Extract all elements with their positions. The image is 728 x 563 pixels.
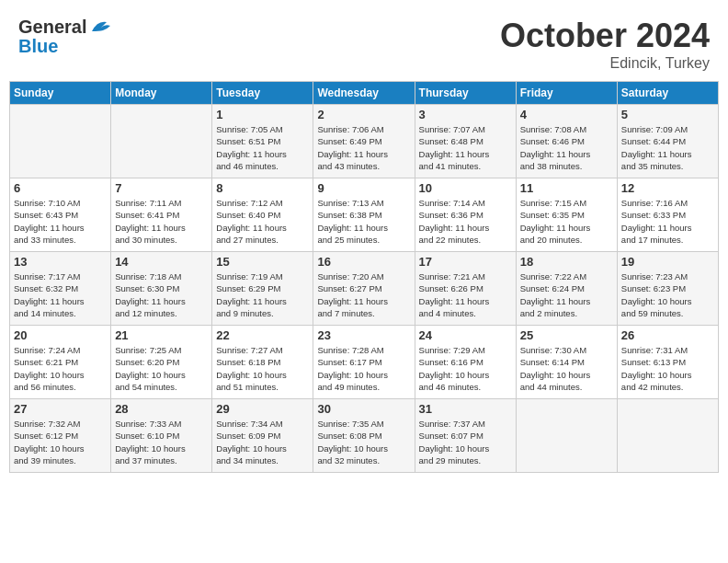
day-number: 25	[520, 328, 613, 342]
table-row: 11Sunrise: 7:15 AMSunset: 6:35 PMDayligh…	[516, 178, 617, 252]
calendar-row: 1Sunrise: 7:05 AMSunset: 6:51 PMDaylight…	[10, 105, 719, 178]
day-number: 30	[317, 402, 410, 416]
table-row: 2Sunrise: 7:06 AMSunset: 6:49 PMDaylight…	[313, 105, 415, 178]
day-number: 27	[14, 402, 107, 416]
table-row: 16Sunrise: 7:20 AMSunset: 6:27 PMDayligh…	[313, 252, 415, 326]
day-number: 1	[216, 108, 309, 121]
day-info: Sunrise: 7:24 AMSunset: 6:21 PMDaylight:…	[14, 344, 107, 393]
day-number: 24	[419, 328, 512, 342]
day-info: Sunrise: 7:20 AMSunset: 6:27 PMDaylight:…	[317, 270, 410, 319]
day-info: Sunrise: 7:10 AMSunset: 6:43 PMDaylight:…	[14, 197, 107, 246]
table-row: 31Sunrise: 7:37 AMSunset: 6:07 PMDayligh…	[415, 399, 516, 473]
day-number: 16	[317, 255, 410, 269]
day-number: 14	[115, 255, 208, 269]
day-number: 21	[115, 328, 208, 342]
table-row: 17Sunrise: 7:21 AMSunset: 6:26 PMDayligh…	[415, 252, 516, 326]
day-number: 23	[317, 328, 410, 342]
day-number: 26	[621, 328, 714, 342]
table-row: 23Sunrise: 7:28 AMSunset: 6:17 PMDayligh…	[313, 326, 415, 399]
day-info: Sunrise: 7:16 AMSunset: 6:33 PMDaylight:…	[621, 197, 714, 246]
table-row: 1Sunrise: 7:05 AMSunset: 6:51 PMDaylight…	[212, 105, 313, 178]
table-row: 7Sunrise: 7:11 AMSunset: 6:41 PMDaylight…	[111, 178, 212, 252]
table-row: 6Sunrise: 7:10 AMSunset: 6:43 PMDaylight…	[10, 178, 111, 252]
day-info: Sunrise: 7:33 AMSunset: 6:10 PMDaylight:…	[115, 418, 208, 466]
day-info: Sunrise: 7:15 AMSunset: 6:35 PMDaylight:…	[520, 197, 613, 246]
table-row: 22Sunrise: 7:27 AMSunset: 6:18 PMDayligh…	[212, 326, 313, 399]
day-info: Sunrise: 7:11 AMSunset: 6:41 PMDaylight:…	[115, 197, 208, 246]
day-info: Sunrise: 7:05 AMSunset: 6:51 PMDaylight:…	[216, 123, 309, 172]
month-title: October 2024	[500, 17, 710, 55]
table-row: 3Sunrise: 7:07 AMSunset: 6:48 PMDaylight…	[415, 105, 516, 178]
day-number: 6	[14, 181, 107, 195]
day-number: 3	[419, 108, 512, 121]
day-info: Sunrise: 7:06 AMSunset: 6:49 PMDaylight:…	[317, 123, 410, 172]
table-row: 8Sunrise: 7:12 AMSunset: 6:40 PMDaylight…	[212, 178, 313, 252]
day-info: Sunrise: 7:23 AMSunset: 6:23 PMDaylight:…	[621, 270, 714, 319]
day-info: Sunrise: 7:32 AMSunset: 6:12 PMDaylight:…	[14, 418, 107, 466]
table-row: 30Sunrise: 7:35 AMSunset: 6:08 PMDayligh…	[313, 399, 415, 473]
col-wednesday: Wednesday	[313, 82, 415, 105]
day-number: 9	[317, 181, 410, 195]
table-row	[617, 399, 718, 473]
day-number: 19	[621, 255, 714, 269]
day-number: 17	[419, 255, 512, 269]
logo-bird-icon	[88, 18, 114, 37]
day-number: 7	[115, 181, 208, 195]
day-number: 13	[14, 255, 107, 269]
day-number: 28	[115, 402, 208, 416]
day-info: Sunrise: 7:18 AMSunset: 6:30 PMDaylight:…	[115, 270, 208, 319]
col-monday: Monday	[111, 82, 212, 105]
table-row: 26Sunrise: 7:31 AMSunset: 6:13 PMDayligh…	[617, 326, 718, 399]
day-info: Sunrise: 7:35 AMSunset: 6:08 PMDaylight:…	[317, 418, 410, 466]
col-saturday: Saturday	[617, 82, 718, 105]
day-info: Sunrise: 7:19 AMSunset: 6:29 PMDaylight:…	[216, 270, 309, 319]
table-row	[111, 105, 212, 178]
day-info: Sunrise: 7:14 AMSunset: 6:36 PMDaylight:…	[419, 197, 512, 246]
calendar-row: 20Sunrise: 7:24 AMSunset: 6:21 PMDayligh…	[10, 326, 719, 399]
calendar-header-row: Sunday Monday Tuesday Wednesday Thursday…	[10, 82, 719, 105]
page-header: General Blue October 2024 Edincik, Turke…	[9, 9, 719, 75]
table-row	[10, 105, 111, 178]
calendar-row: 6Sunrise: 7:10 AMSunset: 6:43 PMDaylight…	[10, 178, 719, 252]
calendar-row: 13Sunrise: 7:17 AMSunset: 6:32 PMDayligh…	[10, 252, 719, 326]
day-info: Sunrise: 7:28 AMSunset: 6:17 PMDaylight:…	[317, 344, 410, 393]
table-row: 27Sunrise: 7:32 AMSunset: 6:12 PMDayligh…	[10, 399, 111, 473]
calendar-table: Sunday Monday Tuesday Wednesday Thursday…	[9, 81, 719, 473]
day-number: 8	[216, 181, 309, 195]
table-row: 18Sunrise: 7:22 AMSunset: 6:24 PMDayligh…	[516, 252, 617, 326]
day-info: Sunrise: 7:34 AMSunset: 6:09 PMDaylight:…	[216, 418, 309, 466]
col-tuesday: Tuesday	[212, 82, 313, 105]
table-row: 10Sunrise: 7:14 AMSunset: 6:36 PMDayligh…	[415, 178, 516, 252]
table-row: 21Sunrise: 7:25 AMSunset: 6:20 PMDayligh…	[111, 326, 212, 399]
table-row: 20Sunrise: 7:24 AMSunset: 6:21 PMDayligh…	[10, 326, 111, 399]
day-number: 31	[419, 402, 512, 416]
day-number: 2	[317, 108, 410, 121]
title-block: October 2024 Edincik, Turkey	[500, 17, 710, 72]
day-info: Sunrise: 7:12 AMSunset: 6:40 PMDaylight:…	[216, 197, 309, 246]
day-number: 12	[621, 181, 714, 195]
logo-blue: Blue	[18, 36, 58, 57]
logo-general: General	[18, 17, 86, 38]
day-info: Sunrise: 7:27 AMSunset: 6:18 PMDaylight:…	[216, 344, 309, 393]
col-thursday: Thursday	[415, 82, 516, 105]
day-number: 10	[419, 181, 512, 195]
table-row: 14Sunrise: 7:18 AMSunset: 6:30 PMDayligh…	[111, 252, 212, 326]
day-info: Sunrise: 7:31 AMSunset: 6:13 PMDaylight:…	[621, 344, 714, 393]
day-info: Sunrise: 7:09 AMSunset: 6:44 PMDaylight:…	[621, 123, 714, 172]
location: Edincik, Turkey	[500, 55, 710, 72]
day-info: Sunrise: 7:21 AMSunset: 6:26 PMDaylight:…	[419, 270, 512, 319]
day-number: 15	[216, 255, 309, 269]
day-number: 20	[14, 328, 107, 342]
table-row	[516, 399, 617, 473]
table-row: 13Sunrise: 7:17 AMSunset: 6:32 PMDayligh…	[10, 252, 111, 326]
table-row: 29Sunrise: 7:34 AMSunset: 6:09 PMDayligh…	[212, 399, 313, 473]
day-info: Sunrise: 7:29 AMSunset: 6:16 PMDaylight:…	[419, 344, 512, 393]
table-row: 15Sunrise: 7:19 AMSunset: 6:29 PMDayligh…	[212, 252, 313, 326]
day-number: 18	[520, 255, 613, 269]
day-number: 5	[621, 108, 714, 121]
day-number: 11	[520, 181, 613, 195]
table-row: 5Sunrise: 7:09 AMSunset: 6:44 PMDaylight…	[617, 105, 718, 178]
day-info: Sunrise: 7:08 AMSunset: 6:46 PMDaylight:…	[520, 123, 613, 172]
table-row: 12Sunrise: 7:16 AMSunset: 6:33 PMDayligh…	[617, 178, 718, 252]
day-info: Sunrise: 7:22 AMSunset: 6:24 PMDaylight:…	[520, 270, 613, 319]
